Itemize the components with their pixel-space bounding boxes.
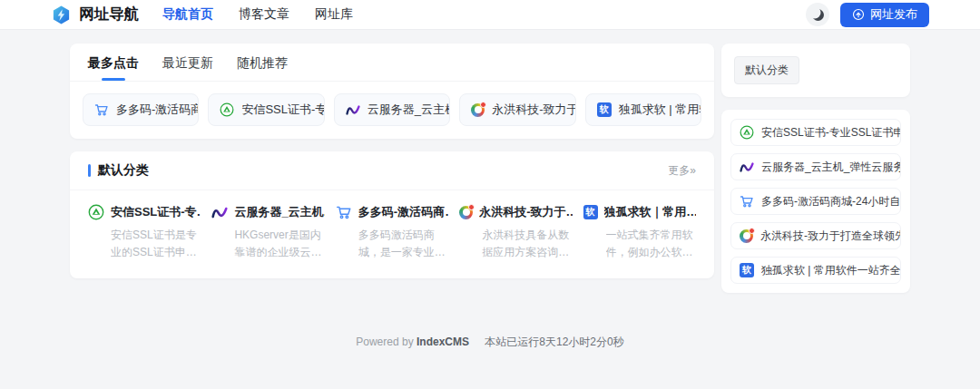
sidebar-link-label: 安信SSL证书-专业SSL证书申…	[761, 125, 901, 141]
link-chip[interactable]: 永洪科技-致力于…	[459, 93, 575, 126]
top-navbar: 网址导航 导航首页 博客文章 网址库 网址发布	[0, 0, 980, 30]
site-card[interactable]: 安信SSL证书-专… 安信SSL证书是专业的SSL证书申请服…	[88, 204, 201, 260]
site-title: 永洪科技-致力于…	[479, 204, 572, 220]
site-description: 一站式集齐常用软件，例如办公软件…	[606, 227, 696, 260]
site-description: 永洪科技具备从数据应用方案咨询、数…	[482, 227, 572, 260]
site-description: HKGserver是国内靠谱的企业级云计算…	[234, 227, 324, 260]
nav-item-links[interactable]: 网址库	[315, 6, 353, 23]
site-card[interactable]: 永洪科技-致力于… 永洪科技具备从数据应用方案咨询、数…	[459, 204, 572, 260]
sidebar-link[interactable]: 多多码-激活码商城-24小时自…	[730, 188, 901, 215]
sidebar-link-label: 独孤求软 | 常用软件一站齐全	[761, 263, 901, 278]
main-column: 最多点击 最近更新 随机推荐 多多码-激活码商… 安信SSL证书-专业…	[70, 44, 714, 278]
site-description: 安信SSL证书是专业的SSL证书申请服…	[111, 227, 201, 260]
nav-item-home[interactable]: 导航首页	[162, 6, 213, 23]
sites-grid: 安信SSL证书-专… 安信SSL证书是专业的SSL证书申请服… 云服务器_云主机…	[70, 190, 714, 278]
publish-site-button[interactable]: 网址发布	[840, 3, 929, 27]
link-chip[interactable]: 多多码-激活码商…	[83, 93, 199, 126]
link-chip[interactable]: 安信SSL证书-专业…	[208, 93, 324, 126]
powered-by-text: Powered by	[356, 336, 413, 348]
dark-mode-toggle[interactable]	[806, 3, 829, 26]
uptime-text: 本站已运行8天12小时2分0秒	[485, 336, 623, 348]
site-card[interactable]: 云服务器_云主机… HKGserver是国内靠谱的企业级云计算…	[211, 204, 324, 260]
title-accent-bar	[88, 164, 91, 177]
cart-icon	[740, 194, 754, 209]
chip-label: 云服务器_云主机_…	[368, 102, 450, 118]
more-link[interactable]: 更多»	[668, 163, 696, 179]
publish-button-label: 网址发布	[870, 6, 917, 23]
soft-badge-icon: 软	[583, 205, 598, 219]
category-card-header: 默认分类 更多»	[70, 151, 714, 190]
links-tabs: 最多点击 最近更新 随机推荐	[70, 44, 714, 82]
site-card[interactable]: 软 独孤求软｜常用… 一站式集齐常用软件，例如办公软件…	[583, 204, 696, 260]
cloud-wave-icon	[346, 102, 360, 117]
sidebar-link[interactable]: 安信SSL证书-专业SSL证书申…	[730, 119, 901, 146]
sidebar-link-label: 云服务器_云主机_弹性云服务…	[761, 160, 901, 175]
ssl-cert-icon	[740, 125, 754, 140]
site-title: 独孤求软｜常用…	[604, 204, 696, 220]
header-actions: 网址发布	[806, 3, 929, 27]
category-title-wrap: 默认分类	[88, 162, 149, 179]
sidebar-link[interactable]: 永洪科技-致力于打造全球领先…	[730, 222, 901, 249]
tab-recently-updated[interactable]: 最近更新	[162, 55, 213, 81]
page-content: 最多点击 最近更新 随机推荐 多多码-激活码商… 安信SSL证书-专业…	[70, 44, 910, 293]
soft-badge-icon: 软	[597, 102, 612, 117]
site-title: 云服务器_云主机…	[234, 204, 324, 220]
category-title: 默认分类	[98, 162, 149, 179]
site-title: 多多码-激活码商…	[358, 204, 448, 220]
site-card[interactable]: 多多码-激活码商… 多多码激活码商城，是一家专业的激活…	[336, 204, 448, 260]
link-chips-row: 多多码-激活码商… 安信SSL证书-专业… 云服务器_云主机_…	[70, 82, 714, 139]
site-title: 安信SSL证书-专…	[111, 204, 201, 220]
main-nav: 导航首页 博客文章 网址库	[162, 6, 353, 23]
cart-icon	[336, 204, 352, 220]
color-ring-icon	[740, 229, 753, 243]
link-chip[interactable]: 云服务器_云主机_…	[334, 93, 450, 126]
page-footer: Powered by IndexCMS 本站已运行8天12小时2分0秒	[0, 335, 980, 350]
chip-label: 多多码-激活码商…	[116, 102, 199, 118]
color-ring-icon	[459, 206, 473, 219]
site-logo[interactable]: 网址导航	[51, 5, 139, 25]
chip-label: 安信SSL证书-专业…	[241, 102, 324, 118]
sidebar-links-card: 安信SSL证书-专业SSL证书申… 云服务器_云主机_弹性云服务… 多多码-激活…	[721, 110, 910, 293]
cloud-wave-icon	[211, 204, 228, 220]
sidebar-link-label: 多多码-激活码商城-24小时自…	[761, 194, 901, 209]
cms-link[interactable]: IndexCMS	[416, 336, 469, 348]
logo-hexagon-bolt-icon	[51, 5, 72, 25]
tab-most-clicked[interactable]: 最多点击	[88, 55, 139, 81]
ssl-cert-icon	[220, 102, 234, 117]
link-chip[interactable]: 软 独孤求软 | 常用软…	[585, 93, 701, 126]
default-category-card: 默认分类 更多» 安信SSL证书-专… 安信SSL证书是专业的SSL证书申请服…	[70, 151, 714, 278]
moon-icon	[812, 9, 824, 21]
ssl-cert-icon	[88, 204, 104, 220]
category-tag[interactable]: 默认分类	[734, 56, 799, 84]
site-title: 网址导航	[79, 5, 139, 24]
categories-card: 默认分类	[721, 44, 910, 97]
cart-icon	[94, 102, 109, 117]
right-sidebar: 默认分类 安信SSL证书-专业SSL证书申… 云服务器_云主机_弹性云服务…	[721, 44, 910, 293]
site-description: 多多码激活码商城，是一家专业的激活…	[358, 227, 448, 260]
sidebar-link[interactable]: 软 独孤求软 | 常用软件一站齐全	[730, 257, 901, 284]
nav-item-blog[interactable]: 博客文章	[239, 6, 289, 23]
sidebar-link[interactable]: 云服务器_云主机_弹性云服务…	[730, 153, 901, 180]
tab-random[interactable]: 随机推荐	[237, 55, 288, 81]
upload-circle-icon	[852, 8, 865, 21]
cloud-wave-icon	[740, 160, 754, 174]
sidebar-link-label: 永洪科技-致力于打造全球领先…	[760, 229, 901, 244]
chip-label: 独孤求软 | 常用软…	[619, 102, 701, 118]
soft-badge-icon: 软	[740, 263, 754, 277]
color-ring-icon	[471, 103, 485, 117]
hot-links-card: 最多点击 最近更新 随机推荐 多多码-激活码商… 安信SSL证书-专业…	[70, 44, 714, 139]
chip-label: 永洪科技-致力于…	[492, 102, 575, 118]
